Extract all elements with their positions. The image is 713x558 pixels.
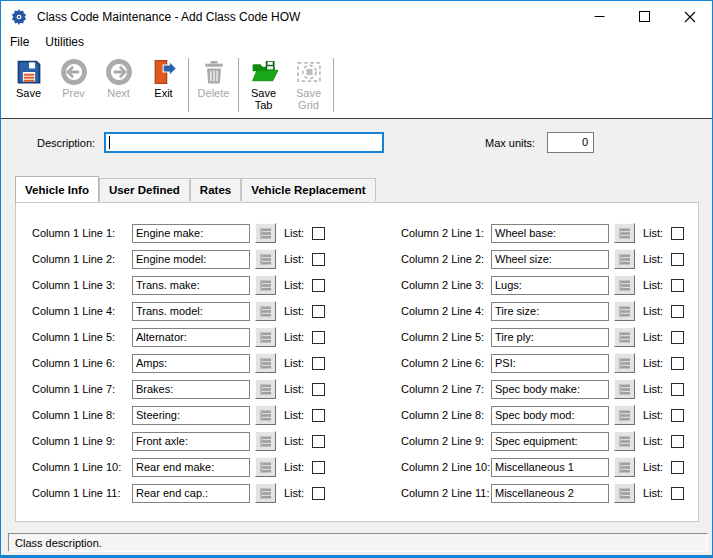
list-edit-button[interactable] [614,327,635,347]
list-checkbox[interactable] [671,487,684,500]
list-checkbox[interactable] [671,409,684,422]
field-input[interactable] [491,406,609,425]
field-input[interactable] [491,302,609,321]
field-input[interactable] [491,250,609,269]
next-button: Next [96,56,141,118]
field-input[interactable] [132,276,250,295]
field-input[interactable] [491,484,609,503]
list-checkbox[interactable] [671,331,684,344]
list-edit-button[interactable] [614,405,635,425]
field-label: Column 2 Line 10: [401,461,491,473]
list-edit-button[interactable] [614,249,635,269]
field-row: Column 1 Line 9: List: [32,428,325,454]
field-input[interactable] [491,224,609,243]
list-checkbox[interactable] [312,305,325,318]
list-checkbox[interactable] [671,305,684,318]
list-edit-button[interactable] [255,457,276,477]
list-checkbox[interactable] [312,435,325,448]
field-input[interactable] [132,250,250,269]
list-edit-button[interactable] [255,353,276,373]
list-checkbox[interactable] [671,357,684,370]
list-edit-button[interactable] [255,301,276,321]
tab-user-defined[interactable]: User Defined [99,178,190,201]
list-checkbox[interactable] [312,383,325,396]
menu-utilities[interactable]: Utilities [37,33,92,52]
list-checkbox[interactable] [312,331,325,344]
list-edit-button[interactable] [614,431,635,451]
field-input[interactable] [491,328,609,347]
field-input[interactable] [491,276,609,295]
tab-rates[interactable]: Rates [190,178,241,201]
list-edit-button[interactable] [614,353,635,373]
list-checkbox[interactable] [312,409,325,422]
close-button[interactable] [667,1,712,32]
list-edit-button[interactable] [255,431,276,451]
list-icon [618,383,631,396]
maximize-button[interactable] [622,1,667,32]
minimize-button[interactable] [577,1,622,32]
field-input[interactable] [132,458,250,477]
list-checkbox[interactable] [312,461,325,474]
field-label: Column 2 Line 1: [401,227,491,239]
field-input[interactable] [132,354,250,373]
list-edit-button[interactable] [614,301,635,321]
list-edit-button[interactable] [614,483,635,503]
field-label: Column 1 Line 3: [32,279,132,291]
list-checkbox[interactable] [671,383,684,396]
max-units-input[interactable]: 0 [547,132,594,153]
menu-file[interactable]: File [2,33,37,52]
field-input[interactable] [132,224,250,243]
list-icon [618,435,631,448]
list-checkbox[interactable] [312,227,325,240]
field-input[interactable] [132,406,250,425]
list-icon [259,435,272,448]
list-label: List: [284,227,306,239]
list-label: List: [643,487,665,499]
list-edit-button[interactable] [255,249,276,269]
list-edit-button[interactable] [255,483,276,503]
save-button[interactable]: Save [6,56,51,118]
field-input[interactable] [132,432,250,451]
list-checkbox[interactable] [671,461,684,474]
field-input[interactable] [132,302,250,321]
field-input[interactable] [491,354,609,373]
list-checkbox[interactable] [671,227,684,240]
list-edit-button[interactable] [255,405,276,425]
list-edit-button[interactable] [614,223,635,243]
tab-vehicle-replacement[interactable]: Vehicle Replacement [241,178,375,201]
save-tab-button[interactable]: Save Tab [241,56,286,118]
list-label: List: [284,279,306,291]
exit-button[interactable]: Exit [141,56,186,118]
field-input[interactable] [491,458,609,477]
list-checkbox[interactable] [312,357,325,370]
field-input[interactable] [132,484,250,503]
list-edit-button[interactable] [255,379,276,399]
field-input[interactable] [491,380,609,399]
list-checkbox[interactable] [312,253,325,266]
field-row: Column 2 Line 1: List: [401,220,684,246]
list-checkbox[interactable] [671,435,684,448]
next-icon [105,58,133,86]
list-edit-button[interactable] [614,379,635,399]
list-label: List: [643,305,665,317]
field-input[interactable] [132,328,250,347]
list-edit-button[interactable] [255,327,276,347]
list-edit-button[interactable] [255,275,276,295]
save-grid-button: Save Grid [286,56,331,118]
tab-vehicle-info[interactable]: Vehicle Info [15,176,99,202]
list-checkbox[interactable] [671,279,684,292]
list-checkbox[interactable] [312,487,325,500]
minimize-icon [594,11,605,22]
list-label: List: [643,279,665,291]
list-edit-button[interactable] [255,223,276,243]
titlebar[interactable]: Class Code Maintenance - Add Class Code … [1,1,712,32]
list-edit-button[interactable] [614,275,635,295]
list-checkbox[interactable] [671,253,684,266]
field-input[interactable] [491,432,609,451]
description-input[interactable] [104,132,384,153]
field-label: Column 1 Line 4: [32,305,132,317]
field-input[interactable] [132,380,250,399]
list-checkbox[interactable] [312,279,325,292]
list-edit-button[interactable] [614,457,635,477]
field-row: Column 2 Line 7: List: [401,376,684,402]
